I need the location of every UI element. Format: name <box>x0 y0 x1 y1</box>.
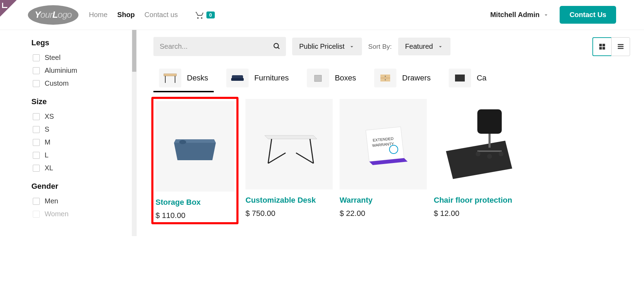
category-label: Boxes <box>335 73 356 83</box>
filter-group-gender: Gender Men Women <box>31 182 122 218</box>
svg-line-1 <box>278 47 280 49</box>
category-label: Ca <box>477 73 486 83</box>
product-price: $ 110.00 <box>156 211 234 220</box>
filter-option[interactable]: Custom <box>31 79 122 87</box>
checkbox[interactable] <box>33 54 40 61</box>
svg-rect-9 <box>164 74 176 76</box>
product-card-customizable-desk[interactable]: Customizable Desk $ 750.00 <box>245 99 333 222</box>
product-price: $ 22.00 <box>340 209 427 218</box>
product-image <box>156 101 234 192</box>
filter-option[interactable]: Steel <box>31 54 122 62</box>
nav-contact[interactable]: Contact us <box>144 11 178 19</box>
sort-dropdown[interactable]: Featured <box>398 38 450 55</box>
app-switcher-badge[interactable] <box>0 0 17 17</box>
filter-option[interactable]: Men <box>31 197 122 205</box>
site-logo[interactable]: YourLogo <box>28 5 78 25</box>
category-boxes[interactable]: Boxes <box>301 65 362 92</box>
category-thumb <box>374 69 396 87</box>
filter-option[interactable]: Aluminium <box>31 67 122 75</box>
shop-toolbar: Public Pricelist Sort By: Featured <box>153 37 630 56</box>
scrollbar-thumb[interactable] <box>132 30 136 72</box>
category-furnitures[interactable]: Furnitures <box>221 65 294 92</box>
svg-rect-7 <box>618 46 624 47</box>
checkbox[interactable] <box>33 139 40 146</box>
category-label: Drawers <box>402 73 431 83</box>
chevron-down-icon <box>437 44 444 50</box>
category-cabinets[interactable]: Ca <box>443 65 492 92</box>
svg-rect-19 <box>455 75 465 81</box>
filter-option[interactable]: M <box>31 138 122 146</box>
sidebar-scrollbar[interactable] <box>132 30 137 236</box>
svg-rect-8 <box>618 48 624 49</box>
pricelist-dropdown[interactable]: Public Pricelist <box>292 38 362 55</box>
product-image <box>245 99 333 189</box>
user-menu[interactable]: Mitchell Admin <box>490 11 549 19</box>
filter-option[interactable]: XL <box>31 164 122 172</box>
svg-rect-28 <box>477 109 502 134</box>
search-icon[interactable] <box>273 42 280 51</box>
main-nav: Home Shop Contact us <box>89 11 178 19</box>
filter-label: L <box>45 151 48 159</box>
filter-title-legs: Legs <box>31 38 122 47</box>
filter-option[interactable]: L <box>31 151 122 159</box>
product-card-storage-box[interactable]: Storage Box $ 110.00 <box>151 97 238 224</box>
checkbox[interactable] <box>33 198 40 205</box>
product-grid: Storage Box $ 110.00 Customizable Desk $… <box>153 99 630 222</box>
filter-label: Women <box>45 210 69 218</box>
checkbox[interactable] <box>33 152 40 159</box>
svg-rect-14 <box>315 75 321 81</box>
svg-point-31 <box>476 151 480 156</box>
checkbox[interactable] <box>33 113 40 120</box>
category-thumb <box>449 69 471 87</box>
checkbox[interactable] <box>33 67 40 74</box>
category-drawers[interactable]: Drawers <box>369 65 436 92</box>
svg-rect-6 <box>618 44 624 45</box>
checkbox[interactable] <box>33 165 40 172</box>
product-card-chair-floor-protection[interactable]: Chair floor protection $ 12.00 <box>434 99 521 222</box>
grid-view-button[interactable] <box>592 37 611 56</box>
svg-point-20 <box>179 140 186 144</box>
search-input[interactable] <box>153 37 286 56</box>
product-title[interactable]: Storage Box <box>156 198 234 207</box>
svg-point-33 <box>487 154 492 159</box>
view-toggle <box>592 37 630 56</box>
filter-option[interactable]: Women <box>31 210 122 218</box>
chevron-down-icon <box>543 12 549 18</box>
category-desks[interactable]: Desks <box>153 65 214 92</box>
filter-label: Steel <box>45 54 61 62</box>
filter-title-size: Size <box>31 97 122 106</box>
product-title[interactable]: Customizable Desk <box>245 196 333 205</box>
filter-group-legs: Legs Steel Aluminium Custom <box>31 38 122 87</box>
cart-link[interactable]: 0 <box>195 10 215 20</box>
category-tabs: Desks Furnitures Boxes Drawers <box>153 60 630 93</box>
product-price: $ 12.00 <box>434 209 521 218</box>
user-name: Mitchell Admin <box>490 11 539 19</box>
pricelist-label: Public Pricelist <box>299 42 344 50</box>
svg-point-0 <box>274 43 279 48</box>
filter-option[interactable]: S <box>31 125 122 133</box>
filter-label: Aluminium <box>45 67 77 75</box>
filter-group-size: Size XS S M L XL <box>31 97 122 172</box>
checkbox[interactable] <box>33 211 40 218</box>
svg-rect-13 <box>231 78 244 81</box>
filter-label: Custom <box>45 79 69 87</box>
contact-us-button[interactable]: Contact Us <box>560 6 616 24</box>
filter-sidebar: Legs Steel Aluminium Custom Size XS <box>0 30 136 236</box>
checkbox[interactable] <box>33 126 40 133</box>
product-title[interactable]: Chair floor protection <box>434 196 521 205</box>
product-main: Public Pricelist Sort By: Featured <box>136 30 644 236</box>
product-card-warranty[interactable]: EXTENDEDWARRANTY Warranty $ 22.00 <box>340 99 427 222</box>
svg-point-32 <box>499 151 503 156</box>
category-label: Furnitures <box>254 73 289 83</box>
sort-by-label: Sort By: <box>368 43 392 50</box>
filter-option[interactable]: XS <box>31 112 122 120</box>
product-title[interactable]: Warranty <box>340 196 427 205</box>
checkbox[interactable] <box>33 80 40 87</box>
category-label: Desks <box>187 73 208 83</box>
list-view-button[interactable] <box>611 37 630 56</box>
nav-shop[interactable]: Shop <box>117 11 135 19</box>
cart-icon <box>195 10 204 20</box>
svg-line-21 <box>268 139 272 163</box>
nav-home[interactable]: Home <box>89 11 107 19</box>
filter-label: S <box>45 125 49 133</box>
